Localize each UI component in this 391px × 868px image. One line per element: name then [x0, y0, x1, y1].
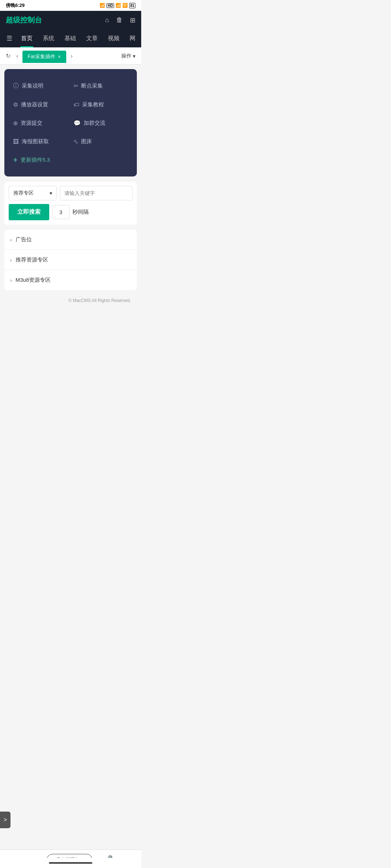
accordion-item-ad[interactable]: › 广告位 [4, 230, 137, 250]
plugin-item-group[interactable]: 💬 加群交流 [71, 114, 131, 132]
battery: 81 [129, 3, 135, 8]
plugin-item-player[interactable]: ⚙ 播放器设置 [10, 95, 71, 114]
delete-icon[interactable]: 🗑 [116, 16, 123, 24]
footer: © MacCMS All Rights Reserved. [4, 295, 137, 307]
plugin-item-submit[interactable]: ⊕ 资源提交 [10, 114, 71, 132]
wifi-icon: 🛜 [122, 3, 128, 8]
chat-icon: 💬 [73, 120, 81, 127]
plugin-label-breakpoint: 断点采集 [81, 82, 103, 89]
tab-bar: ↻ ‹ Far采集插件 ✕ › 操作 ▾ [0, 47, 141, 65]
nav-item-system[interactable]: 系统 [38, 30, 59, 47]
plugin-item-tutorial[interactable]: 🏷 采集教程 [71, 95, 131, 114]
nav-item-base[interactable]: 基础 [59, 30, 81, 47]
nav-item-net[interactable]: 网 [125, 30, 140, 47]
tab-label: Far采集插件 [28, 54, 55, 60]
accordion-chevron-icon-2: › [10, 257, 12, 263]
interval-input[interactable] [52, 205, 70, 219]
plugin-grid: ⓘ 采集说明 ✂ 断点采集 ⚙ 播放器设置 🏷 采集教程 ⊕ 资源提交 [10, 76, 131, 169]
scissors-icon: ✂ [73, 82, 78, 89]
home-icon[interactable]: ⌂ [105, 16, 109, 24]
status-time: 傍晚6:29 [6, 2, 25, 9]
tab-prev-icon[interactable]: ‹ [13, 48, 21, 64]
plugin-label-submit: 资源提交 [21, 120, 42, 127]
hd-badge: HD [106, 3, 114, 8]
nav-bar: ☰ 首页 系统 基础 文章 视频 网 [0, 29, 141, 47]
tab-actions-button[interactable]: 操作 ▾ [118, 48, 138, 64]
plugin-label-tutorial: 采集教程 [82, 101, 104, 108]
grid-icon[interactable]: ⊞ [130, 16, 135, 24]
plugin-label-collect-desc: 采集说明 [22, 82, 43, 89]
image-icon: 🖼 [13, 139, 19, 145]
plugin-item-update[interactable]: ✈ 更新插件5.3 [10, 151, 71, 169]
footer-text: © MacCMS All Rights Reserved. [68, 298, 131, 303]
app-header: 超级控制台 ⌂ 🗑 ⊞ [0, 11, 141, 29]
tab-close-icon[interactable]: ✕ [58, 54, 61, 59]
signal2-icon: 📶 [115, 3, 121, 8]
keyword-input[interactable] [60, 186, 133, 200]
info-icon: ⓘ [13, 82, 19, 90]
search-row2: 立即搜索 秒间隔 [9, 204, 133, 220]
search-button[interactable]: 立即搜索 [9, 204, 49, 220]
tab-actions-label: 操作 [121, 53, 131, 59]
category-selector[interactable]: 推荐专区 ▾ [9, 186, 57, 200]
accordion-label-recommended: 推荐资源专区 [16, 256, 48, 263]
interval-label: 秒间隔 [72, 209, 89, 216]
main-content: ⓘ 采集说明 ✂ 断点采集 ⚙ 播放器设置 🏷 采集教程 ⊕ 资源提交 [0, 65, 141, 312]
nav-item-article[interactable]: 文章 [81, 30, 103, 47]
status-right: 📶 HD 📶 🛜 81 [100, 3, 135, 8]
search-row1: 推荐专区 ▾ [9, 186, 133, 200]
active-tab[interactable]: Far采集插件 ✕ [22, 51, 66, 63]
accordion-item-m3u8[interactable]: › M3u8资源专区 [4, 270, 137, 290]
app-title: 超级控制台 [6, 15, 42, 25]
gear-icon: ⚙ [13, 101, 18, 108]
tab-actions-chevron-icon: ▾ [133, 53, 135, 59]
plugin-card: ⓘ 采集说明 ✂ 断点采集 ⚙ 播放器设置 🏷 采集教程 ⊕ 资源提交 [4, 69, 137, 176]
telegram-icon: ✈ [13, 157, 18, 163]
plugin-label-poster: 海报图获取 [22, 138, 49, 145]
plugin-item-poster[interactable]: 🖼 海报图获取 [10, 132, 71, 151]
accordion-chevron-icon-3: › [10, 277, 12, 283]
plugin-label-player: 播放器设置 [21, 101, 48, 108]
accordion-chevron-icon-1: › [10, 237, 12, 243]
nav-item-video[interactable]: 视频 [103, 30, 125, 47]
refresh-icon[interactable]: ↻ [3, 47, 13, 64]
category-label: 推荐专区 [13, 190, 34, 196]
signal-icon: 📶 [100, 3, 105, 8]
plus-circle-icon: ⊕ [13, 120, 18, 127]
search-area: 推荐专区 ▾ 立即搜索 秒间隔 [4, 182, 137, 225]
accordion-label-ad: 广告位 [16, 236, 32, 243]
plugin-item-breakpoint[interactable]: ✂ 断点采集 [71, 76, 131, 95]
scroll-wrapper: ⓘ 采集说明 ✂ 断点采集 ⚙ 播放器设置 🏷 采集教程 ⊕ 资源提交 [0, 65, 141, 348]
plugin-item-imgbed[interactable]: ⬁ 图床 [71, 132, 131, 151]
accordion-item-recommended[interactable]: › 推荐资源专区 [4, 250, 137, 270]
category-chevron-icon: ▾ [50, 190, 52, 196]
plugin-label-group: 加群交流 [84, 120, 105, 127]
plugin-label-imgbed: 图床 [81, 138, 92, 145]
header-icons: ⌂ 🗑 ⊞ [105, 16, 135, 24]
accordion: › 广告位 › 推荐资源专区 › M3u8资源专区 [4, 230, 137, 290]
plugin-label-update: 更新插件5.3 [21, 157, 50, 163]
accordion-label-m3u8: M3u8资源专区 [16, 277, 51, 284]
tab-next-icon[interactable]: › [68, 48, 75, 64]
nav-hamburger-icon[interactable]: ☰ [3, 29, 16, 47]
tag-icon: 🏷 [73, 102, 79, 108]
link-icon: ⬁ [73, 138, 78, 145]
nav-item-home[interactable]: 首页 [16, 30, 38, 47]
plugin-item-collect-desc[interactable]: ⓘ 采集说明 [10, 76, 71, 95]
status-bar: 傍晚6:29 📶 HD 📶 🛜 81 [0, 0, 141, 11]
